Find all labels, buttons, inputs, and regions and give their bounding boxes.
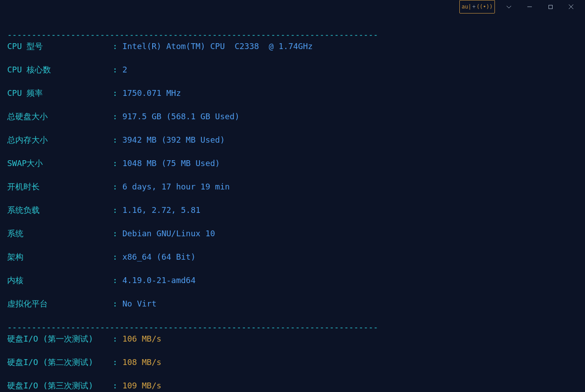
sysinfo-label: CPU 型号	[7, 41, 113, 52]
sysinfo-label: 总内存大小	[7, 134, 113, 146]
divider: ----------------------------------------…	[7, 30, 378, 39]
sysinfo-label: 虚拟化平台	[7, 298, 113, 310]
terminal-output[interactable]: ----------------------------------------…	[0, 14, 585, 392]
minimize-button[interactable]	[519, 0, 540, 14]
sysinfo-row: 系统负载: 1.16, 2.72, 5.81	[7, 204, 578, 216]
sysinfo-value: 6 days, 17 hour 19 min	[122, 182, 230, 191]
io-value: 106 MB/s	[122, 334, 162, 343]
sysinfo-value: 1048 MB (75 MB Used)	[122, 158, 220, 168]
io-label: 硬盘I/O (第三次测试)	[7, 380, 113, 392]
sysinfo-value: 4.19.0-21-amd64	[122, 275, 196, 285]
io-row: 硬盘I/O (第三次测试): 109 MB/s	[7, 380, 578, 392]
sysinfo-value: 3942 MB (392 MB Used)	[122, 135, 225, 144]
divider: ----------------------------------------…	[7, 322, 378, 332]
sysinfo-label: 开机时长	[7, 181, 113, 193]
sysinfo-label: CPU 核心数	[7, 64, 113, 76]
sysinfo-row: CPU 频率: 1750.071 MHz	[7, 87, 578, 99]
sysinfo-value: No Virt	[122, 299, 157, 308]
titlebar: au| + ((•))	[0, 0, 585, 14]
dropdown-button[interactable]	[499, 0, 519, 14]
sysinfo-value: 1.16, 2.72, 5.81	[122, 205, 200, 215]
sysinfo-value: x86_64 (64 Bit)	[122, 252, 196, 261]
sysinfo-label: CPU 频率	[7, 87, 113, 99]
io-value: 108 MB/s	[122, 357, 162, 367]
sysinfo-label: 内核	[7, 275, 113, 286]
maximize-button[interactable]	[540, 0, 561, 14]
sysinfo-row: SWAP大小: 1048 MB (75 MB Used)	[7, 158, 578, 169]
sysinfo-row: CPU 核心数: 2	[7, 64, 578, 76]
sysinfo-label: 系统负载	[7, 204, 113, 216]
chevron-down-icon	[506, 4, 512, 10]
terminal-window: au| + ((•)) ----------------------------…	[0, 0, 585, 392]
io-row: 硬盘I/O (第一次测试): 106 MB/s	[7, 333, 578, 345]
sysinfo-row: 总内存大小: 3942 MB (392 MB Used)	[7, 134, 578, 146]
sysinfo-value: 2	[122, 65, 127, 74]
sysinfo-row: CPU 型号: Intel(R) Atom(TM) CPU C2338 @ 1.…	[7, 41, 578, 52]
sysinfo-row: 内核: 4.19.0-21-amd64	[7, 275, 578, 286]
badge-text: au|	[462, 1, 472, 13]
io-label: 硬盘I/O (第一次测试)	[7, 333, 113, 345]
sysinfo-row: 开机时长: 6 days, 17 hour 19 min	[7, 181, 578, 193]
close-icon	[568, 4, 574, 9]
sysinfo-label: SWAP大小	[7, 158, 113, 169]
sysinfo-value: 1750.071 MHz	[122, 88, 181, 98]
close-button[interactable]	[561, 0, 581, 14]
profile-badge: au| + ((•))	[459, 0, 495, 14]
maximize-icon	[548, 5, 553, 9]
sysinfo-row: 总硬盘大小: 917.5 GB (568.1 GB Used)	[7, 111, 578, 122]
sysinfo-label: 架构	[7, 251, 113, 263]
io-row: 硬盘I/O (第二次测试): 108 MB/s	[7, 356, 578, 368]
io-label: 硬盘I/O (第二次测试)	[7, 356, 113, 368]
sysinfo-row: 架构: x86_64 (64 Bit)	[7, 251, 578, 263]
sysinfo-label: 系统	[7, 228, 113, 239]
sysinfo-value: Debian GNU/Linux 10	[122, 229, 215, 238]
io-value: 109 MB/s	[122, 381, 162, 390]
sysinfo-row: 系统: Debian GNU/Linux 10	[7, 228, 578, 239]
badge-status: ((•))	[476, 1, 493, 13]
sysinfo-value: 917.5 GB (568.1 GB Used)	[122, 112, 240, 121]
svg-rect-1	[549, 5, 552, 9]
sysinfo-row: 虚拟化平台: No Virt	[7, 298, 578, 310]
sysinfo-label: 总硬盘大小	[7, 111, 113, 122]
minimize-icon	[527, 4, 532, 9]
sysinfo-value: Intel(R) Atom(TM) CPU C2338 @ 1.74GHz	[122, 41, 313, 51]
